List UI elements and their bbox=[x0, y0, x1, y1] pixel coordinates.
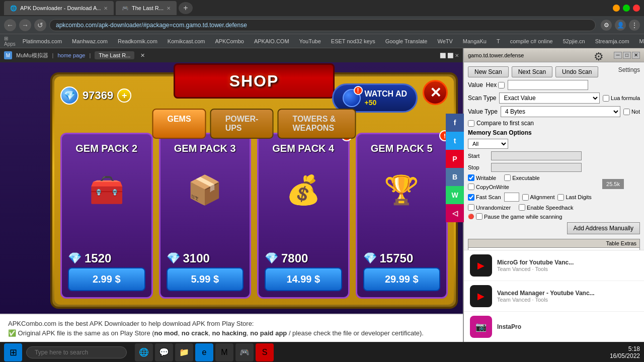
profile-button[interactable]: 👤 bbox=[615, 20, 626, 31]
tab-powerups[interactable]: POWER-UPS bbox=[210, 109, 274, 139]
refresh-button[interactable]: ↺ bbox=[34, 19, 46, 31]
taskbar-chrome-icon[interactable]: 🌐 bbox=[135, 343, 153, 361]
home-page-link[interactable]: home page bbox=[57, 52, 85, 58]
last-r-tab[interactable]: The Last R... bbox=[95, 51, 134, 59]
settings-label[interactable]: Settings bbox=[618, 66, 640, 77]
address-bar[interactable]: apkcombo.com/apk-downloader/#package=com… bbox=[49, 19, 596, 31]
taskbar-app-icon[interactable]: S bbox=[256, 343, 274, 361]
bookmark-manhwaz[interactable]: Manhwaz.com bbox=[69, 37, 111, 45]
watch-ad-bonus: +50 bbox=[365, 99, 407, 107]
emulator-icon: M bbox=[4, 51, 12, 59]
bookmark-eset[interactable]: ESET nod32 keys bbox=[328, 37, 378, 45]
copyonwrite-checkbox[interactable] bbox=[468, 184, 474, 190]
ce-settings-icon[interactable]: ⚙ bbox=[594, 50, 604, 63]
start-button[interactable]: ⊞ bbox=[4, 343, 22, 361]
twitter-share-button[interactable]: t bbox=[446, 132, 464, 150]
undo-scan-button[interactable]: Undo Scan bbox=[555, 66, 598, 77]
lua-formula-checkbox[interactable] bbox=[603, 95, 609, 102]
taskbar-browser-icon[interactable]: e bbox=[195, 343, 213, 361]
next-scan-button[interactable]: Next Scan bbox=[512, 66, 552, 77]
hex-value-input[interactable]: 84 bbox=[508, 80, 588, 90]
new-scan-button[interactable]: New Scan bbox=[468, 66, 509, 77]
item-price-btn-2[interactable]: 5.99 $ bbox=[167, 267, 244, 291]
not-checkbox[interactable] bbox=[623, 109, 630, 115]
bookmark-t[interactable]: T bbox=[494, 37, 503, 45]
close-tab-icon[interactable]: ✕ bbox=[140, 52, 145, 59]
bookmark-youtube[interactable]: YouTube bbox=[296, 37, 324, 45]
minimize-button[interactable] bbox=[613, 5, 620, 12]
taskbar-search[interactable] bbox=[26, 346, 127, 358]
shop-title: SHOP bbox=[229, 72, 279, 90]
shop-close-button[interactable]: ✕ bbox=[423, 80, 448, 105]
shop-item-gem-pack-5[interactable]: ! GEM PACK 5 🏆 💎 15750 29.99 $ bbox=[356, 133, 448, 299]
start-input[interactable]: 0000000000000000 bbox=[491, 151, 582, 160]
bookmark-readkomik[interactable]: Readkomik.com bbox=[115, 37, 160, 45]
last-digits-checkbox[interactable] bbox=[557, 194, 564, 201]
tab-towers-weapons[interactable]: TOWERS & WEAPONS bbox=[277, 109, 356, 139]
executable-checkbox[interactable] bbox=[504, 174, 511, 181]
pause-icon: 🔴 bbox=[468, 214, 474, 219]
bookmark-google-translate[interactable]: Google Translate bbox=[382, 37, 431, 45]
maximize-button[interactable] bbox=[623, 5, 630, 12]
taskbar-game-icon[interactable]: 🎮 bbox=[235, 343, 254, 361]
item-footer-2: 💎 3100 5.99 $ bbox=[160, 245, 250, 297]
taskbar-time-display: 5:18 16/05/2022 bbox=[610, 345, 640, 359]
bookmark-52pjie[interactable]: 52pjie.cn bbox=[560, 37, 588, 45]
ce-maximize-button[interactable]: □ bbox=[623, 52, 631, 59]
tab-gems[interactable]: GEMS bbox=[152, 109, 206, 139]
taskbar-folder-icon[interactable]: 📁 bbox=[175, 343, 193, 361]
bookmark-apkaio[interactable]: APKAIO.COM bbox=[251, 37, 292, 45]
game-area: SHOP 💎 97369 + ! WATCH AD +50 bbox=[0, 62, 463, 334]
scan-type-select[interactable]: Exact Value bbox=[499, 93, 599, 104]
bookmark-streamja[interactable]: Streamja.com bbox=[592, 37, 632, 45]
bookmark-komikcast[interactable]: Komikcast.com bbox=[165, 37, 208, 45]
new-tab-button[interactable]: + bbox=[179, 2, 193, 14]
share-button[interactable]: ◁ bbox=[446, 204, 464, 222]
taskbar-emulator-icon[interactable]: M bbox=[215, 343, 233, 361]
writable-checkbox[interactable] bbox=[468, 174, 474, 181]
forward-button[interactable]: → bbox=[19, 19, 31, 31]
pinterest-share-button[interactable]: P bbox=[446, 150, 464, 168]
vk-share-button[interactable]: B bbox=[446, 168, 464, 186]
tab-apk-downloader[interactable]: 🌐 APK Downloader - Download A... ✕ bbox=[4, 1, 114, 15]
whatsapp-share-button[interactable]: W bbox=[446, 186, 464, 204]
bookmark-platinmods[interactable]: Platinmods.com bbox=[20, 37, 65, 45]
ce-close-button[interactable]: ✕ bbox=[632, 52, 640, 59]
watch-ad-label: WATCH AD bbox=[365, 89, 407, 99]
tab-close-icon[interactable]: ✕ bbox=[104, 6, 108, 11]
pause-game-checkbox[interactable] bbox=[476, 213, 482, 220]
extensions-button[interactable]: ⚙ bbox=[601, 20, 612, 31]
hex-checkbox[interactable] bbox=[498, 82, 505, 88]
item-price-btn-1[interactable]: 2.99 $ bbox=[68, 267, 145, 291]
bookmark-mangaboss[interactable]: MANGABOSS.ORG bbox=[636, 37, 644, 45]
ce-minimize-button[interactable]: ─ bbox=[614, 52, 622, 59]
bookmark-mangaku[interactable]: MangaKu bbox=[460, 37, 490, 45]
unrandomizer-checkbox[interactable] bbox=[468, 204, 474, 211]
shop-item-gem-pack-2[interactable]: GEM PACK 2 🧰 💎 1520 2.99 $ bbox=[60, 133, 153, 299]
all-select[interactable]: All bbox=[468, 139, 508, 149]
back-button[interactable]: ← bbox=[4, 19, 16, 31]
stop-input[interactable]: 00007FFFFFFFFFFF bbox=[491, 163, 582, 172]
shop-item-gem-pack-4[interactable]: ! GEM PACK 4 💰 💎 7800 14.99 $ bbox=[257, 133, 350, 299]
speedhack-checkbox[interactable] bbox=[519, 204, 525, 211]
item-price-btn-4[interactable]: 29.99 $ bbox=[363, 267, 441, 291]
item-price-btn-3[interactable]: 14.99 $ bbox=[265, 267, 342, 291]
tab-close-2-icon[interactable]: ✕ bbox=[167, 6, 171, 11]
shop-item-gem-pack-3[interactable]: GEM PACK 3 📦 💎 3100 5.99 $ bbox=[159, 133, 252, 299]
taskbar-discord-icon[interactable]: 💬 bbox=[155, 343, 173, 361]
bookmark-wetv[interactable]: WeTV bbox=[434, 37, 455, 45]
apps-link[interactable]: ⊞ Apps bbox=[4, 36, 16, 47]
add-address-button[interactable]: Add Address Manually bbox=[567, 222, 640, 234]
compare-checkbox[interactable] bbox=[468, 120, 474, 127]
alignment-checkbox[interactable] bbox=[522, 194, 529, 201]
bookmark-compile[interactable]: compile c# online bbox=[507, 37, 556, 45]
add-gems-button[interactable]: + bbox=[117, 88, 131, 103]
facebook-share-button[interactable]: f bbox=[446, 114, 464, 132]
close-browser-button[interactable] bbox=[633, 5, 640, 12]
value-type-select[interactable]: 4 Bytes bbox=[501, 106, 620, 117]
menu-button[interactable]: ⋮ bbox=[629, 20, 640, 31]
alignment-input[interactable]: 4 bbox=[504, 193, 519, 202]
fastscan-checkbox[interactable] bbox=[468, 194, 474, 201]
tab-last-r[interactable]: 🎮 The Last R... ✕ bbox=[116, 1, 177, 15]
bookmark-apkcombo[interactable]: APKCombo bbox=[212, 37, 247, 45]
